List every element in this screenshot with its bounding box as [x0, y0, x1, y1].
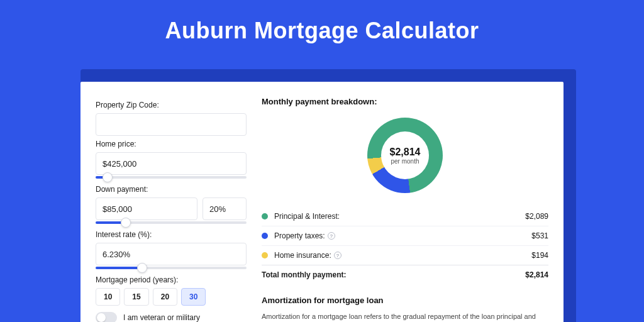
form-column: Property Zip Code: Home price: Down paym… [96, 97, 247, 322]
legend-total-value: $2,814 [525, 270, 548, 279]
donut-amount: $2,814 [390, 147, 421, 158]
interest-input[interactable] [96, 243, 247, 265]
slider-thumb[interactable] [121, 218, 131, 228]
legend-row: Principal & Interest:$2,089 [262, 207, 548, 226]
period-options: 10152030 [96, 288, 247, 306]
period-option-10[interactable]: 10 [96, 288, 120, 306]
interest-slider[interactable] [96, 264, 247, 272]
info-icon[interactable]: ? [328, 232, 335, 240]
down-payment-input[interactable] [96, 197, 197, 220]
calculator-panel: Property Zip Code: Home price: Down paym… [80, 82, 564, 322]
slider-thumb[interactable] [103, 172, 113, 182]
legend-value: $2,089 [525, 212, 548, 221]
home-price-slider[interactable] [96, 174, 247, 181]
slider-thumb[interactable] [137, 263, 147, 273]
legend-row: Property taxes: ?$531 [262, 226, 548, 245]
period-option-30[interactable]: 30 [181, 288, 206, 306]
breakdown-title: Monthly payment breakdown: [262, 97, 548, 106]
legend-value: $194 [531, 251, 548, 260]
veteran-label: I am veteran or military [123, 313, 200, 322]
home-price-label: Home price: [96, 140, 247, 148]
legend-label: Property taxes: ? [274, 231, 531, 240]
amortization-text: Amortization for a mortgage loan refers … [262, 311, 548, 322]
donut-center: $2,814 per month [381, 131, 429, 179]
page-title: Auburn Mortgage Calculator [0, 0, 644, 55]
down-payment-pct-input[interactable] [203, 197, 247, 220]
legend-dot [262, 213, 268, 219]
info-icon[interactable]: ? [334, 252, 341, 259]
interest-label: Interest rate (%): [96, 230, 247, 239]
period-option-15[interactable]: 15 [124, 288, 148, 306]
zip-label: Property Zip Code: [96, 101, 247, 109]
legend-label: Home insurance: ? [274, 251, 531, 260]
home-price-input[interactable] [96, 152, 247, 175]
period-option-20[interactable]: 20 [153, 288, 177, 306]
donut-chart: $2,814 per month [262, 111, 548, 199]
legend-row: Home insurance: ?$194 [262, 245, 548, 265]
donut-sub: per month [391, 158, 419, 165]
zip-input[interactable] [96, 113, 247, 136]
legend-total-label: Total monthly payment: [262, 270, 525, 279]
slider-fill [96, 267, 142, 269]
legend-label: Principal & Interest: [274, 212, 525, 221]
down-payment-slider[interactable] [96, 219, 247, 226]
breakdown-column: Monthly payment breakdown: $2,814 per mo… [262, 97, 548, 322]
veteran-toggle[interactable] [96, 312, 117, 322]
amortization-title: Amortization for mortgage loan [262, 296, 548, 305]
legend-dot [262, 252, 268, 258]
legend-value: $531 [531, 231, 548, 240]
down-payment-label: Down payment: [96, 185, 247, 194]
legend-total-row: Total monthly payment:$2,814 [262, 265, 548, 284]
legend-dot [262, 233, 268, 239]
donut-ring: $2,814 per month [367, 118, 443, 193]
legend: Principal & Interest:$2,089Property taxe… [262, 207, 548, 284]
slider-track [96, 176, 247, 179]
period-label: Mortgage period (years): [96, 275, 247, 284]
